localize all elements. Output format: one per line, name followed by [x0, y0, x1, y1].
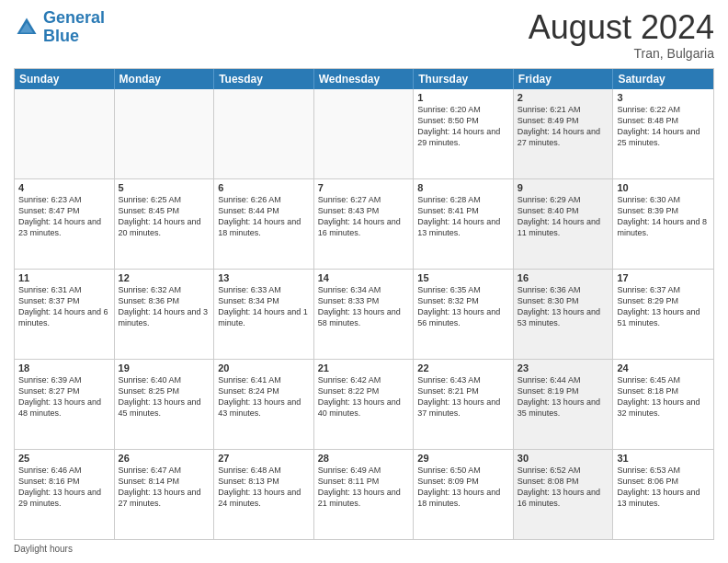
day-info: Sunrise: 6:31 AM Sunset: 8:37 PM Dayligh… — [18, 284, 110, 329]
cal-cell — [214, 89, 314, 178]
day-info: Sunrise: 6:41 AM Sunset: 8:24 PM Dayligh… — [218, 374, 310, 419]
cal-cell: 12Sunrise: 6:32 AM Sunset: 8:36 PM Dayli… — [115, 270, 215, 359]
cal-row-4: 25Sunrise: 6:46 AM Sunset: 8:16 PM Dayli… — [15, 449, 713, 539]
cal-header-cell-sunday: Sunday — [15, 69, 115, 89]
day-info: Sunrise: 6:45 AM Sunset: 8:18 PM Dayligh… — [617, 374, 710, 419]
day-number: 3 — [617, 92, 710, 103]
cal-header-cell-friday: Friday — [514, 69, 614, 89]
day-number: 8 — [417, 182, 509, 193]
day-info: Sunrise: 6:50 AM Sunset: 8:09 PM Dayligh… — [417, 465, 509, 510]
day-number: 11 — [18, 272, 110, 283]
cal-cell: 30Sunrise: 6:52 AM Sunset: 8:08 PM Dayli… — [514, 450, 614, 539]
day-number: 27 — [218, 453, 310, 464]
day-number: 12 — [119, 272, 210, 283]
day-info: Sunrise: 6:40 AM Sunset: 8:25 PM Dayligh… — [119, 374, 210, 419]
cal-cell: 6Sunrise: 6:26 AM Sunset: 8:44 PM Daylig… — [214, 179, 314, 269]
day-number: 10 — [617, 182, 710, 193]
day-info: Sunrise: 6:26 AM Sunset: 8:44 PM Dayligh… — [218, 194, 310, 239]
day-number: 9 — [518, 182, 609, 193]
day-info: Sunrise: 6:37 AM Sunset: 8:29 PM Dayligh… — [617, 284, 710, 329]
day-number: 20 — [218, 362, 310, 373]
cal-row-1: 4Sunrise: 6:23 AM Sunset: 8:47 PM Daylig… — [15, 178, 713, 269]
cal-row-0: 1Sunrise: 6:20 AM Sunset: 8:50 PM Daylig… — [15, 89, 713, 178]
cal-cell — [115, 89, 215, 178]
day-info: Sunrise: 6:28 AM Sunset: 8:41 PM Dayligh… — [417, 194, 509, 239]
cal-cell: 9Sunrise: 6:29 AM Sunset: 8:40 PM Daylig… — [514, 179, 614, 269]
cal-header-cell-monday: Monday — [115, 69, 215, 89]
day-info: Sunrise: 6:42 AM Sunset: 8:22 PM Dayligh… — [318, 374, 410, 419]
month-year: August 2024 — [529, 9, 714, 46]
cal-row-2: 11Sunrise: 6:31 AM Sunset: 8:37 PM Dayli… — [15, 269, 713, 359]
day-info: Sunrise: 6:47 AM Sunset: 8:14 PM Dayligh… — [119, 465, 210, 510]
cal-cell: 3Sunrise: 6:22 AM Sunset: 8:48 PM Daylig… — [613, 89, 713, 178]
cal-header-cell-thursday: Thursday — [414, 69, 514, 89]
day-number: 1 — [417, 92, 509, 103]
calendar: SundayMondayTuesdayWednesdayThursdayFrid… — [14, 68, 714, 540]
day-info: Sunrise: 6:46 AM Sunset: 8:16 PM Dayligh… — [18, 465, 110, 510]
logo-blue: Blue — [43, 27, 79, 45]
cal-cell: 7Sunrise: 6:27 AM Sunset: 8:43 PM Daylig… — [314, 179, 415, 269]
cal-cell — [314, 89, 415, 178]
logo-text: General Blue — [43, 9, 105, 46]
day-number: 2 — [518, 92, 609, 103]
cal-cell: 14Sunrise: 6:34 AM Sunset: 8:33 PM Dayli… — [314, 270, 415, 359]
cal-cell: 26Sunrise: 6:47 AM Sunset: 8:14 PM Dayli… — [115, 450, 215, 539]
title-block: August 2024 Tran, Bulgaria — [529, 9, 714, 61]
cal-cell: 24Sunrise: 6:45 AM Sunset: 8:18 PM Dayli… — [613, 360, 713, 449]
logo-general: General — [43, 8, 105, 27]
cal-header-cell-saturday: Saturday — [613, 69, 713, 89]
calendar-header: SundayMondayTuesdayWednesdayThursdayFrid… — [15, 69, 713, 89]
cal-cell: 27Sunrise: 6:48 AM Sunset: 8:13 PM Dayli… — [214, 450, 314, 539]
day-info: Sunrise: 6:52 AM Sunset: 8:08 PM Dayligh… — [518, 465, 609, 510]
day-number: 14 — [318, 272, 410, 283]
cal-cell: 5Sunrise: 6:25 AM Sunset: 8:45 PM Daylig… — [115, 179, 215, 269]
day-number: 23 — [518, 362, 609, 373]
day-number: 6 — [218, 182, 310, 193]
day-number: 22 — [417, 362, 509, 373]
day-info: Sunrise: 6:22 AM Sunset: 8:48 PM Dayligh… — [617, 104, 710, 149]
cal-cell: 18Sunrise: 6:39 AM Sunset: 8:27 PM Dayli… — [15, 360, 115, 449]
day-info: Sunrise: 6:49 AM Sunset: 8:11 PM Dayligh… — [318, 465, 410, 510]
day-number: 13 — [218, 272, 310, 283]
day-info: Sunrise: 6:25 AM Sunset: 8:45 PM Dayligh… — [119, 194, 210, 239]
cal-cell: 23Sunrise: 6:44 AM Sunset: 8:19 PM Dayli… — [514, 360, 614, 449]
cal-cell: 22Sunrise: 6:43 AM Sunset: 8:21 PM Dayli… — [414, 360, 514, 449]
cal-header-cell-wednesday: Wednesday — [314, 69, 415, 89]
cal-cell — [15, 89, 115, 178]
cal-cell: 16Sunrise: 6:36 AM Sunset: 8:30 PM Dayli… — [514, 270, 614, 359]
day-number: 15 — [417, 272, 509, 283]
day-info: Sunrise: 6:43 AM Sunset: 8:21 PM Dayligh… — [417, 374, 509, 419]
day-number: 30 — [518, 453, 609, 464]
cal-header-cell-tuesday: Tuesday — [214, 69, 314, 89]
cal-row-3: 18Sunrise: 6:39 AM Sunset: 8:27 PM Dayli… — [15, 359, 713, 449]
logo: General Blue — [14, 9, 105, 46]
day-number: 17 — [617, 272, 710, 283]
calendar-body: 1Sunrise: 6:20 AM Sunset: 8:50 PM Daylig… — [15, 89, 713, 539]
day-number: 19 — [119, 362, 210, 373]
day-info: Sunrise: 6:21 AM Sunset: 8:49 PM Dayligh… — [518, 104, 609, 149]
day-info: Sunrise: 6:44 AM Sunset: 8:19 PM Dayligh… — [518, 374, 609, 419]
cal-cell: 8Sunrise: 6:28 AM Sunset: 8:41 PM Daylig… — [414, 179, 514, 269]
day-info: Sunrise: 6:23 AM Sunset: 8:47 PM Dayligh… — [18, 194, 110, 239]
cal-cell: 20Sunrise: 6:41 AM Sunset: 8:24 PM Dayli… — [214, 360, 314, 449]
day-info: Sunrise: 6:33 AM Sunset: 8:34 PM Dayligh… — [218, 284, 310, 329]
day-number: 18 — [18, 362, 110, 373]
cal-cell: 25Sunrise: 6:46 AM Sunset: 8:16 PM Dayli… — [15, 450, 115, 539]
day-info: Sunrise: 6:48 AM Sunset: 8:13 PM Dayligh… — [218, 465, 310, 510]
cal-cell: 2Sunrise: 6:21 AM Sunset: 8:49 PM Daylig… — [514, 89, 614, 178]
day-info: Sunrise: 6:36 AM Sunset: 8:30 PM Dayligh… — [518, 284, 609, 329]
cal-cell: 19Sunrise: 6:40 AM Sunset: 8:25 PM Dayli… — [115, 360, 215, 449]
day-number: 16 — [518, 272, 609, 283]
day-info: Sunrise: 6:34 AM Sunset: 8:33 PM Dayligh… — [318, 284, 410, 329]
day-number: 4 — [18, 182, 110, 193]
footer-note: Daylight hours — [14, 544, 714, 554]
cal-cell: 15Sunrise: 6:35 AM Sunset: 8:32 PM Dayli… — [414, 270, 514, 359]
day-info: Sunrise: 6:32 AM Sunset: 8:36 PM Dayligh… — [119, 284, 210, 329]
day-number: 25 — [18, 453, 110, 464]
cal-cell: 11Sunrise: 6:31 AM Sunset: 8:37 PM Dayli… — [15, 270, 115, 359]
cal-cell: 21Sunrise: 6:42 AM Sunset: 8:22 PM Dayli… — [314, 360, 415, 449]
location: Tran, Bulgaria — [529, 46, 714, 61]
daylight-label: Daylight hours — [14, 544, 73, 554]
day-number: 26 — [119, 453, 210, 464]
day-info: Sunrise: 6:39 AM Sunset: 8:27 PM Dayligh… — [18, 374, 110, 419]
